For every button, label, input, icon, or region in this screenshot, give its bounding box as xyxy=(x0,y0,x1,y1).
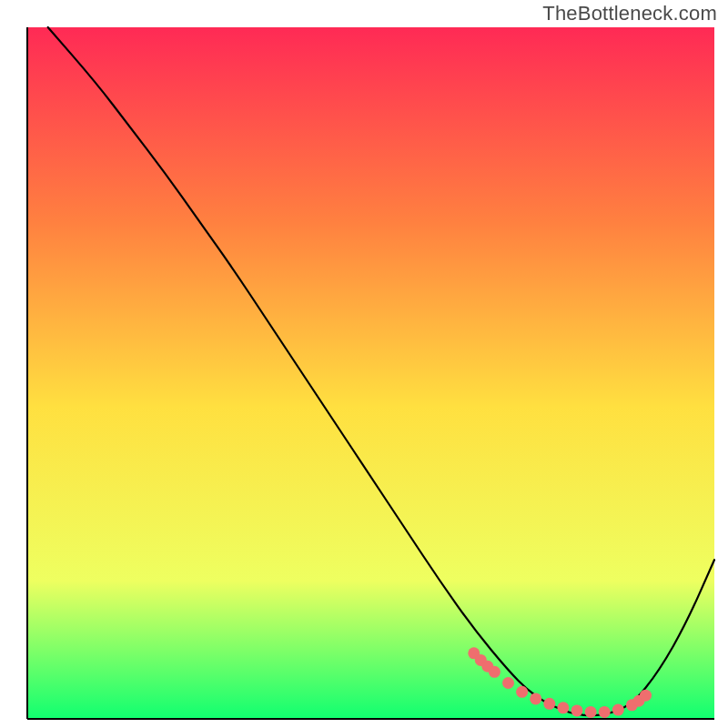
highlight-dot xyxy=(571,704,583,716)
highlight-dot xyxy=(585,706,597,718)
highlight-dot xyxy=(502,677,514,689)
highlight-dot xyxy=(557,702,569,713)
highlight-dot xyxy=(612,704,624,716)
watermark-text: TheBottleneck.com xyxy=(542,2,717,25)
plot-background xyxy=(27,27,714,719)
highlight-dot xyxy=(489,666,500,678)
highlight-dot xyxy=(640,690,652,702)
chart-container: TheBottleneck.com xyxy=(0,0,728,728)
highlight-dot xyxy=(516,686,528,698)
bottleneck-chart xyxy=(0,0,728,728)
highlight-dot xyxy=(543,698,555,710)
highlight-dot xyxy=(599,706,611,718)
highlight-dot xyxy=(530,693,541,704)
